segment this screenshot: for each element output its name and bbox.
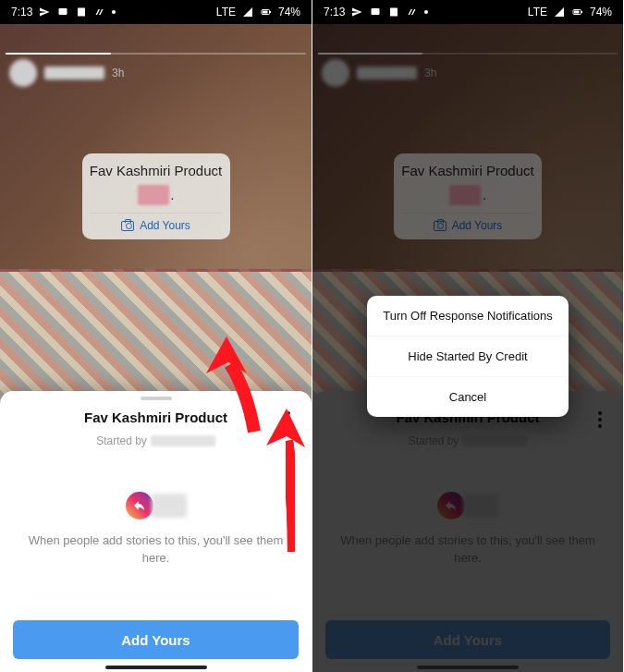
add-yours-sticker[interactable]: Fav Kashmiri Product . Add Yours [82,153,230,239]
send-icon [350,6,363,18]
popup-turn-off-notifications[interactable]: Turn Off Response Notifications [367,296,569,336]
note-icon [387,6,400,18]
sticker-avatar-blurred [138,185,169,205]
battery-icon [260,6,273,18]
started-by-label: Started by [96,434,147,447]
svg-rect-6 [372,8,380,15]
sheet-grabber[interactable] [141,397,172,400]
status-network: LTE [528,6,547,18]
sticker-add-label: Add Yours [140,219,190,232]
status-battery: 74% [590,6,612,18]
chat-icon [56,6,69,18]
svg-rect-10 [581,11,582,13]
dot-icon [112,10,116,14]
svg-rect-1 [78,8,85,17]
empty-text: When people add stories to this, you'll … [28,532,284,566]
send-icon [38,6,51,18]
options-popup: Turn Off Response Notifications Hide Sta… [367,296,569,417]
status-bar: 7:13 LTE 74% [312,0,623,24]
story-progress [6,53,306,55]
add-yours-button[interactable]: Add Yours [13,620,299,659]
svg-rect-7 [390,8,398,17]
status-time: 7:13 [324,6,345,18]
svg-rect-3 [263,11,268,14]
dot-icon [424,10,428,14]
status-bar: 7:13 LTE 74% [0,0,312,24]
status-time: 7:13 [11,6,32,18]
time-ago: 3h [112,67,124,79]
svg-rect-9 [574,11,580,14]
story-header[interactable]: 3h [9,59,124,87]
svg-rect-0 [59,8,67,15]
stripes-icon [406,6,419,18]
phone-right: 7:13 LTE 74% 3h Fav [312,0,623,672]
battery-icon [571,6,584,18]
status-network: LTE [216,6,236,18]
popup-cancel[interactable]: Cancel [367,376,569,417]
sticker-title: Fav Kashmiri Product [90,163,223,179]
reply-gradient-icon [126,492,153,519]
signal-icon [553,6,566,18]
note-icon [75,6,88,18]
chat-icon [369,6,382,18]
avatar[interactable] [9,59,37,87]
username-blurred [44,67,104,79]
reply-badge [126,492,187,519]
sticker-add-yours[interactable]: Add Yours [90,213,223,232]
reply-blurred [152,494,187,518]
stripes-icon [93,6,106,18]
svg-rect-4 [270,11,271,13]
camera-icon [121,221,134,231]
status-battery: 74% [278,6,300,18]
signal-icon [241,6,254,18]
home-indicator[interactable] [105,666,207,669]
started-by-user-blurred [151,435,215,446]
popup-hide-credit[interactable]: Hide Started By Credit [367,336,569,376]
